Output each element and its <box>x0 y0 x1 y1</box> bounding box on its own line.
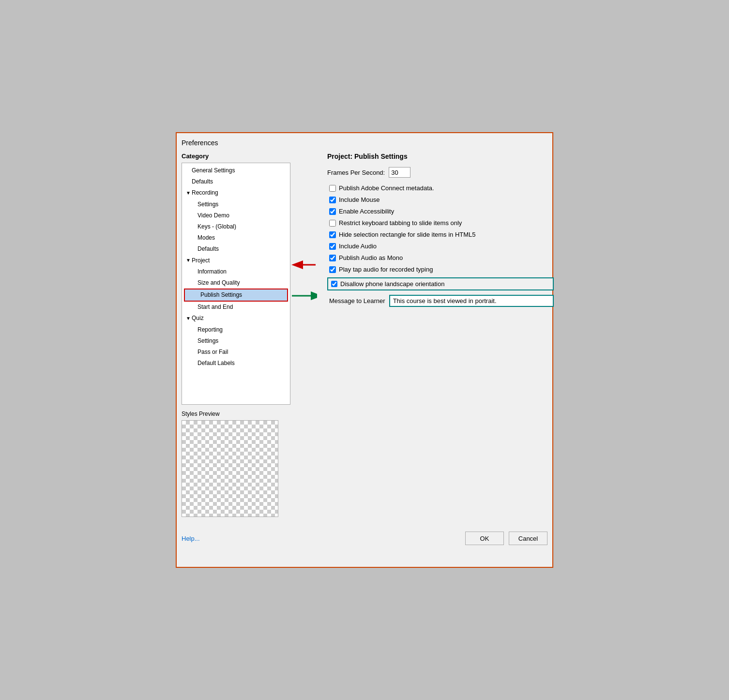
checkbox-row-publish-metadata: Publish Adobe Connect metadata. <box>327 184 554 192</box>
checkbox-publish-audio-mono[interactable] <box>329 255 336 261</box>
styles-preview-label: Styles Preview <box>182 411 290 417</box>
sidebar-item-defaults-recording[interactable]: Defaults <box>182 243 290 255</box>
recording-label: Recording <box>192 188 218 198</box>
checkbox-play-tap-audio[interactable] <box>329 266 336 273</box>
preferences-dialog: Preferences Category General Settings De… <box>176 132 553 568</box>
sidebar-section-recording[interactable]: ▼ Recording <box>182 187 290 198</box>
fps-label: Frames Per Second: <box>327 169 385 176</box>
left-panel: Category General Settings Defaults ▼ Rec… <box>182 152 290 517</box>
sidebar-item-default-labels[interactable]: Default Labels <box>182 358 290 369</box>
checkbox-label-publish-metadata: Publish Adobe Connect metadata. <box>339 184 434 192</box>
checkbox-include-mouse[interactable] <box>329 197 336 203</box>
sidebar-item-reporting[interactable]: Reporting <box>182 324 290 335</box>
sidebar-section-project[interactable]: ▼ Project <box>182 255 290 266</box>
green-arrow-icon <box>290 290 317 302</box>
checkbox-label-play-tap-audio: Play tap audio for recorded typing <box>339 266 433 273</box>
sidebar-item-keys-global[interactable]: Keys - (Global) <box>182 221 290 232</box>
checkbox-disallow-landscape[interactable] <box>331 281 337 287</box>
checkbox-row-restrict-keyboard: Restrict keyboard tabbing to slide items… <box>327 219 554 227</box>
green-arrow-row <box>290 290 319 302</box>
checkbox-label-disallow-landscape: Disallow phone landscape orientation <box>340 280 444 288</box>
message-row: Message to Learner <box>327 295 554 307</box>
sidebar-item-settings-quiz[interactable]: Settings <box>182 335 290 347</box>
fps-row: Frames Per Second: <box>327 167 554 178</box>
arrows-area <box>290 152 319 517</box>
project-label: Project <box>192 256 210 265</box>
sidebar-item-settings[interactable]: Settings <box>182 199 290 210</box>
dialog-title: Preferences <box>182 138 547 148</box>
message-label: Message to Learner <box>329 297 385 304</box>
checkbox-row-include-audio: Include Audio <box>327 243 554 250</box>
checkbox-label-include-mouse: Include Mouse <box>339 196 380 203</box>
quiz-label: Quiz <box>192 314 204 323</box>
sidebar-item-size-quality[interactable]: Size and Quality <box>182 277 290 289</box>
checkbox-label-hide-selection: Hide selection rectangle for slide items… <box>339 231 476 238</box>
sidebar-item-information[interactable]: Information <box>182 266 290 277</box>
checkbox-label-include-audio: Include Audio <box>339 243 377 250</box>
sidebar-item-modes[interactable]: Modes <box>182 232 290 243</box>
bottom-bar: Help... OK Cancel <box>182 527 547 545</box>
checkbox-row-enable-accessibility: Enable Accessibility <box>327 208 554 215</box>
fps-input[interactable] <box>389 167 410 178</box>
styles-preview-box <box>182 420 278 517</box>
triangle-project: ▼ <box>186 257 191 264</box>
sidebar-section-quiz[interactable]: ▼ Quiz <box>182 313 290 324</box>
triangle-recording: ▼ <box>186 189 191 197</box>
selected-item-box: Publish Settings <box>184 289 288 302</box>
sidebar-item-general-settings[interactable]: General Settings <box>182 165 290 176</box>
red-arrow-icon <box>290 259 317 271</box>
triangle-quiz: ▼ <box>186 315 191 322</box>
sidebar-item-defaults-top[interactable]: Defaults <box>182 176 290 187</box>
checkbox-enable-accessibility[interactable] <box>329 208 336 215</box>
sidebar-item-publish-settings[interactable]: Publish Settings <box>185 289 287 301</box>
checkbox-label-enable-accessibility: Enable Accessibility <box>339 208 394 215</box>
sidebar-item-video-demo[interactable]: Video Demo <box>182 210 290 221</box>
bottom-buttons: OK Cancel <box>465 532 547 545</box>
tree-container: General Settings Defaults ▼ Recording Se… <box>182 163 290 405</box>
red-arrow-row <box>290 259 319 271</box>
message-input[interactable] <box>389 295 554 307</box>
checkbox-label-restrict-keyboard: Restrict keyboard tabbing to slide items… <box>339 219 462 227</box>
checkbox-restrict-keyboard[interactable] <box>329 220 336 227</box>
sidebar-item-pass-fail[interactable]: Pass or Fail <box>182 347 290 358</box>
cancel-button[interactable]: Cancel <box>509 532 547 545</box>
checkbox-row-publish-audio-mono: Publish Audio as Mono <box>327 254 554 261</box>
checkbox-row-play-tap-audio: Play tap audio for recorded typing <box>327 266 554 273</box>
disallow-landscape-row: Disallow phone landscape orientation <box>327 277 554 290</box>
main-content: Category General Settings Defaults ▼ Rec… <box>182 152 547 517</box>
checkbox-row-include-mouse: Include Mouse <box>327 196 554 203</box>
checkbox-row-hide-selection: Hide selection rectangle for slide items… <box>327 231 554 238</box>
checkbox-hide-selection[interactable] <box>329 231 336 238</box>
section-title: Project: Publish Settings <box>327 152 554 160</box>
ok-button[interactable]: OK <box>465 532 504 545</box>
sidebar-item-start-end[interactable]: Start and End <box>182 302 290 313</box>
help-link[interactable]: Help... <box>182 535 200 542</box>
right-panel: Project: Publish Settings Frames Per Sec… <box>319 152 562 517</box>
checkbox-label-publish-audio-mono: Publish Audio as Mono <box>339 254 403 261</box>
category-header: Category <box>182 152 290 160</box>
checkbox-publish-metadata[interactable] <box>329 185 336 192</box>
checkbox-include-audio[interactable] <box>329 243 336 250</box>
